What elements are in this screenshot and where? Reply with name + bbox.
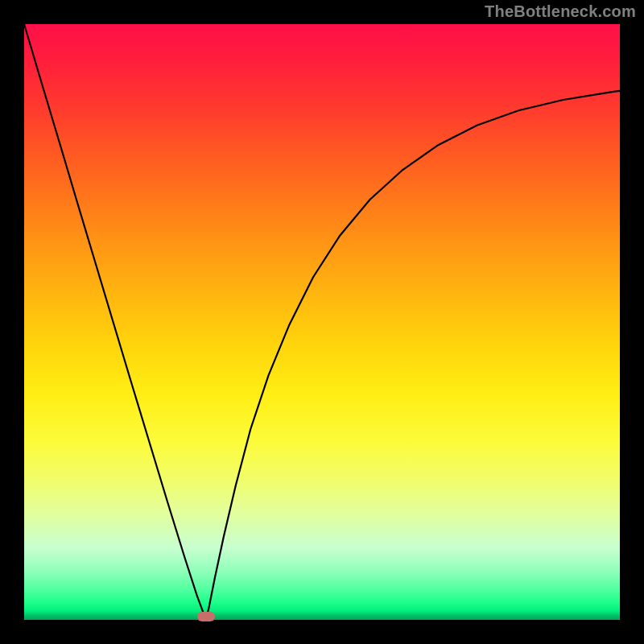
right-branch-path	[206, 91, 620, 620]
bottleneck-curve	[24, 24, 620, 620]
minimum-marker	[197, 612, 215, 621]
plot-area	[24, 24, 620, 620]
chart-frame: TheBottleneck.com	[0, 0, 644, 644]
watermark-text: TheBottleneck.com	[485, 2, 636, 21]
left-branch-path	[24, 24, 206, 620]
